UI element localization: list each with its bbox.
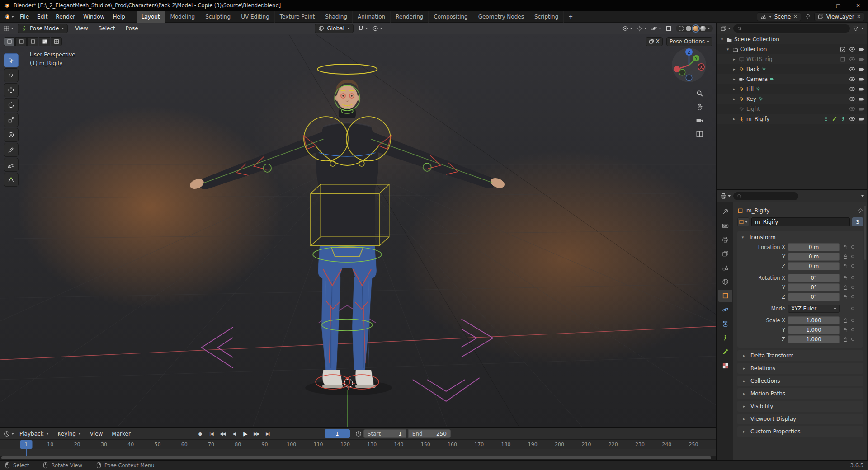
rotate-tool[interactable] <box>4 98 19 112</box>
snapping-toggle[interactable] <box>358 25 368 32</box>
timeline-menu-marker[interactable]: Marker <box>108 429 134 438</box>
timeline-track[interactable] <box>0 449 716 456</box>
hide-eye-icon[interactable] <box>849 96 855 102</box>
workspace-tab-animation[interactable]: Animation <box>353 11 391 23</box>
disable-render-camera-icon[interactable] <box>859 116 865 122</box>
outliner-row-collection[interactable]: Collection <box>717 44 867 54</box>
disable-render-camera-icon[interactable] <box>859 46 865 52</box>
timeline-menu-view[interactable]: View <box>86 429 106 438</box>
record-button[interactable]: ● <box>195 429 205 438</box>
blender-menu-icon[interactable] <box>4 13 10 20</box>
viewport-menu-view[interactable]: View <box>72 24 91 33</box>
hidden-eye-icon[interactable] <box>849 106 855 112</box>
viewport-canvas[interactable] <box>0 34 716 427</box>
remove-view-layer-button[interactable]: ✕ <box>857 14 861 19</box>
workspace-tab-rendering[interactable]: Rendering <box>391 11 429 23</box>
pin-icon[interactable] <box>857 208 863 214</box>
workspace-tab-modeling[interactable]: Modeling <box>165 11 201 23</box>
minimize-button[interactable]: — <box>808 0 828 11</box>
workspace-tab-layout[interactable]: Layout <box>137 11 165 23</box>
animate-dot[interactable] <box>851 245 854 249</box>
current-frame-field[interactable]: 1 <box>325 429 350 438</box>
timeline-menu-keying[interactable]: Keying <box>54 429 85 438</box>
hide-eye-icon[interactable] <box>849 76 855 82</box>
section-relations[interactable]: Relations <box>737 363 863 374</box>
lock-icon[interactable] <box>843 263 848 269</box>
workspace-tab-texture-paint[interactable]: Texture Paint <box>275 11 320 23</box>
menu-render[interactable]: Render <box>52 12 79 22</box>
timeline-ruler[interactable]: 1 11020304050607080901001101201301401501… <box>0 439 716 449</box>
scale-z-field[interactable]: 1.000 <box>788 335 840 343</box>
menu-window[interactable]: Window <box>79 12 108 22</box>
animate-dot[interactable] <box>851 264 854 268</box>
animate-dot[interactable] <box>851 276 854 279</box>
hide-eye-icon[interactable] <box>849 116 855 122</box>
xray-toggle[interactable] <box>665 25 672 32</box>
tab-render[interactable] <box>718 220 732 232</box>
disable-render-camera-icon[interactable] <box>859 66 865 72</box>
outliner-row-fill[interactable]: Fill <box>717 84 867 94</box>
lock-icon[interactable] <box>843 275 848 281</box>
tab-scene[interactable] <box>718 262 732 274</box>
measure-tool[interactable] <box>4 158 19 172</box>
wireframe-shading-button[interactable] <box>679 26 684 31</box>
tab-constraints[interactable] <box>718 318 732 330</box>
material-preview-shading-button[interactable] <box>693 26 698 31</box>
animate-dot[interactable] <box>851 307 854 310</box>
navigation-gizmo[interactable]: Z Y X <box>671 47 707 85</box>
browse-object-button[interactable] <box>737 217 749 226</box>
outliner-row-key[interactable]: Key <box>717 94 867 104</box>
section-collections[interactable]: Collections <box>737 376 863 386</box>
outliner-row-m-rigify[interactable]: m_Rigify <box>717 114 867 124</box>
lock-icon[interactable] <box>843 285 848 290</box>
lock-icon[interactable] <box>843 254 848 259</box>
hide-eye-icon[interactable] <box>849 46 855 52</box>
tab-object[interactable] <box>718 290 732 302</box>
viewport-menu-pose[interactable]: Pose <box>123 24 142 33</box>
annotate-tool[interactable] <box>4 143 19 157</box>
timeline-menu-playback[interactable]: Playback <box>16 429 52 438</box>
tab-physics[interactable] <box>718 304 732 316</box>
mirror-x-toggle[interactable]: X <box>646 37 663 46</box>
disable-render-camera-icon[interactable] <box>859 76 865 82</box>
pose-options-dropdown[interactable]: Pose Options <box>666 37 712 46</box>
overlays-dropdown[interactable] <box>651 25 661 32</box>
play-button[interactable]: ▶ <box>240 429 250 438</box>
workspace-tab-geometry-nodes[interactable]: Geometry Nodes <box>473 11 529 23</box>
select-mode-invert[interactable] <box>39 37 50 46</box>
lock-icon[interactable] <box>843 244 848 250</box>
lock-icon[interactable] <box>843 318 848 323</box>
animate-dot[interactable] <box>851 319 854 322</box>
expand-caret[interactable] <box>731 67 737 71</box>
jump-to-end-button[interactable]: ▶| <box>263 429 273 438</box>
transform-panel-header[interactable]: Transform <box>740 232 860 242</box>
menu-file[interactable]: File <box>16 12 33 22</box>
section-custom-properties[interactable]: Custom Properties <box>737 426 863 437</box>
orthographic-toggle-icon[interactable] <box>696 130 703 138</box>
close-button[interactable]: ✕ <box>848 0 868 11</box>
checkbox-icon[interactable] <box>840 56 846 62</box>
timeline-editor-selector[interactable] <box>4 431 14 437</box>
mode-selector[interactable]: Pose Mode <box>18 24 68 33</box>
tweak-tool[interactable] <box>4 53 19 67</box>
unlink-scene-button[interactable]: ✕ <box>793 14 797 19</box>
expand-caret[interactable] <box>725 47 731 52</box>
pan-hand-icon[interactable] <box>696 103 703 111</box>
timeline-scrollbar[interactable] <box>0 456 716 460</box>
disable-render-camera-icon[interactable] <box>859 96 865 102</box>
maximize-button[interactable]: ▢ <box>828 0 848 11</box>
rendered-shading-button[interactable] <box>700 26 706 31</box>
users-count-button[interactable]: 3 <box>852 217 863 226</box>
solid-shading-button[interactable] <box>686 26 691 31</box>
view-layer-selector[interactable]: ViewLayer ✕ <box>814 12 864 21</box>
expand-caret[interactable] <box>731 97 737 101</box>
pose-breakdowner-tool[interactable] <box>4 173 19 187</box>
location-z-field[interactable]: 0 m <box>788 262 840 270</box>
animate-dot[interactable] <box>851 328 854 331</box>
disable-render-camera-icon[interactable] <box>859 106 865 112</box>
scale-tool[interactable] <box>4 113 19 127</box>
section-viewport-display[interactable]: Viewport Display <box>737 414 863 424</box>
outliner-row-scene-collection[interactable]: Scene Collection <box>717 34 867 44</box>
section-visibility[interactable]: Visibility <box>737 401 863 412</box>
expand-caret[interactable] <box>731 77 737 81</box>
